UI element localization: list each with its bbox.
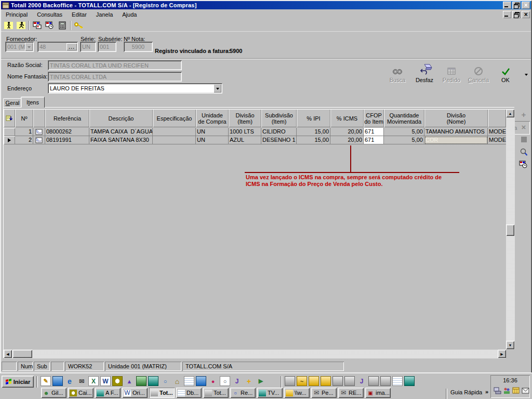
cell-quantidade[interactable]: 5,00	[384, 136, 424, 144]
cell-extra[interactable]: MODEI	[488, 128, 506, 136]
cell-extra[interactable]: MODEI	[488, 136, 506, 144]
tab-geral[interactable]: Geral	[3, 98, 22, 107]
window-icon[interactable]	[404, 376, 415, 386]
restore-icon[interactable]	[512, 2, 521, 9]
endereco-combo[interactable]: LAURO DE FREITAS	[48, 83, 222, 94]
magic-icon[interactable]: ▲	[124, 376, 135, 386]
row-selector[interactable]	[4, 128, 15, 136]
users-icon[interactable]	[502, 387, 511, 395]
cell-unidade[interactable]: UN	[196, 128, 229, 136]
app2-icon[interactable]	[380, 376, 391, 386]
taskbar-button-gil[interactable]: ☻Gil...	[41, 388, 66, 398]
start-button[interactable]: Iniciar	[2, 376, 34, 388]
cell-quantidade[interactable]: 5,00	[384, 128, 424, 136]
cell-referencia[interactable]: 08191991	[45, 136, 89, 144]
printer-icon[interactable]	[332, 376, 343, 386]
cell-ipi[interactable]: 15,00	[297, 136, 330, 144]
taskbar-button-ima[interactable]: ▣ima...	[365, 388, 391, 398]
horizontal-scrollbar[interactable]: ◀ ▶	[4, 350, 506, 358]
menu-janela[interactable]: Janela	[91, 10, 117, 19]
journal2-icon[interactable]: J	[356, 376, 367, 386]
cell-subdivisao[interactable]: DESENHO 1	[261, 136, 297, 144]
taskbar-button-pe[interactable]: ✉Pe...	[311, 388, 337, 398]
menu-ajuda[interactable]: Ajuda	[117, 10, 141, 19]
stop-square-icon[interactable]	[517, 134, 530, 145]
magnifier-icon[interactable]	[517, 147, 530, 157]
taskbar-button-tv[interactable]: TV...	[257, 388, 283, 398]
horizontal-scroll-thumb[interactable]	[12, 350, 32, 358]
run-icon[interactable]	[15, 20, 27, 31]
address-book-icon[interactable]	[148, 376, 158, 386]
menu-principal[interactable]: Principal	[1, 10, 32, 19]
folder-icon[interactable]	[321, 376, 331, 386]
excel-icon[interactable]: X	[88, 376, 99, 386]
chevron-down-icon[interactable]	[25, 43, 33, 51]
chevron-more-icon[interactable]: »	[485, 389, 488, 395]
monitor-zoom-icon[interactable]	[196, 376, 206, 386]
display-icon[interactable]	[285, 376, 295, 386]
taskbar-button-re2[interactable]: ✉RE...	[338, 388, 364, 398]
scheduler-icon[interactable]	[512, 387, 520, 395]
walk-icon[interactable]	[2, 20, 15, 31]
paint-icon[interactable]: ●	[208, 376, 218, 386]
close-icon[interactable]	[522, 2, 530, 9]
fornecedor-code-combo[interactable]: 001 (M.	[5, 42, 34, 52]
tab-itens[interactable]: Itens	[21, 97, 45, 108]
taskbar-button-re[interactable]: ○Re...	[230, 388, 256, 398]
cell-ipi[interactable]: 15,00	[297, 128, 330, 136]
card-clock-icon[interactable]	[44, 20, 56, 31]
add-contact-icon[interactable]: +	[244, 376, 254, 386]
taskbar-button-ori[interactable]: WOri...	[122, 388, 148, 398]
vertical-scroll-thumb[interactable]	[506, 224, 514, 236]
notepad-icon[interactable]	[392, 376, 403, 386]
cell-divisao-item[interactable]: AZUL	[229, 136, 261, 144]
globe-person-icon[interactable]	[136, 376, 147, 386]
cell-divisao-nome-editing[interactable]: COR	[424, 136, 488, 144]
card-tag-icon[interactable]	[31, 20, 44, 31]
scroll-up-icon[interactable]: ▲	[506, 109, 514, 117]
menu-editar[interactable]: Editar	[67, 10, 91, 19]
scroll-down-icon[interactable]: ▼	[506, 341, 514, 349]
compose-icon[interactable]: ✎	[41, 376, 51, 386]
word-icon[interactable]: W	[100, 376, 111, 386]
mdi-minimize-icon[interactable]	[503, 11, 511, 18]
app1-icon[interactable]	[368, 376, 379, 386]
minimize-icon[interactable]	[503, 2, 511, 9]
taskbar-button-cai[interactable]: Cai...	[68, 388, 94, 398]
scroll-left-icon[interactable]: ◀	[4, 350, 12, 358]
web-folder-icon[interactable]: ~	[297, 376, 307, 386]
doc-find-icon[interactable]: ○	[220, 376, 230, 386]
cell-divisao-nome[interactable]: TAMANHO AMIANTOS	[424, 128, 488, 136]
open-folder-icon[interactable]	[309, 376, 319, 386]
cell-icms[interactable]: 20,00	[330, 136, 364, 144]
scroll-right-icon[interactable]: ▶	[498, 350, 506, 358]
notes-icon[interactable]	[184, 376, 194, 386]
cell-especificacao[interactable]	[153, 128, 196, 136]
taskbar-button-w[interactable]: \\w...	[284, 388, 310, 398]
mdi-close-icon[interactable]	[522, 11, 530, 18]
cell-descricao[interactable]: FAIXA SANTANA 8X30	[89, 136, 153, 144]
notebook-icon[interactable]	[33, 136, 45, 144]
nota-field[interactable]: 5900	[124, 42, 153, 52]
internet-explorer-icon[interactable]: e	[64, 376, 75, 386]
taskbar-button-af[interactable]: A F...	[95, 388, 121, 398]
printer2-icon[interactable]	[344, 376, 355, 386]
media-player-icon[interactable]: ▶	[256, 376, 266, 386]
taskbar-button-db[interactable]: Db...	[176, 388, 202, 398]
calculator-icon[interactable]	[56, 20, 69, 31]
my-computer-icon[interactable]	[52, 376, 63, 386]
browse-ellipsis-button[interactable]: ...	[66, 43, 77, 50]
outlook-clock-icon[interactable]	[112, 376, 123, 386]
guia-rapida-label[interactable]: Guia Rápida	[450, 389, 482, 395]
mail-icon[interactable]	[521, 387, 529, 395]
taskbar-button-tot-active[interactable]: Tot...	[149, 388, 175, 398]
mail-inbox-icon[interactable]: ✉	[76, 376, 87, 386]
serie-field[interactable]: UN	[80, 42, 96, 52]
current-row-arrow-icon[interactable]	[4, 136, 15, 144]
delete-x-icon[interactable]: ×	[517, 122, 530, 132]
tray-clock[interactable]: 16:36	[490, 377, 530, 383]
cell-unidade[interactable]: UN	[196, 136, 229, 144]
journal-icon[interactable]: J	[232, 376, 242, 386]
home-icon[interactable]: ⌂	[172, 376, 182, 386]
key-icon[interactable]	[73, 20, 85, 31]
